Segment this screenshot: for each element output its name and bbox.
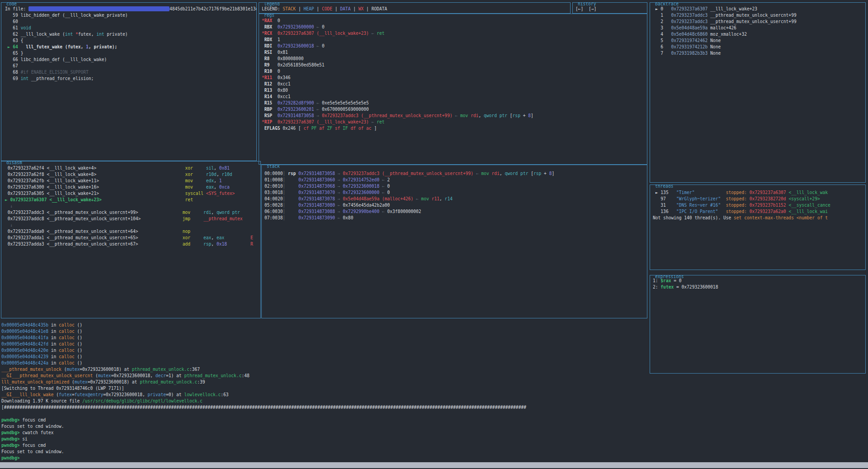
legend-line: LEGEND: STACK | HEAP | CODE | DATA | WX …	[259, 3, 570, 12]
source-code-lines: In file: 4845db211e7b42c7176f9be21b8301e…	[1, 3, 256, 82]
status-bar: multi-thre Thread 0x7293148746 (cmd) In:…	[0, 462, 868, 468]
panel-title-code: code	[5, 2, 18, 6]
panel-history: history [←] [→]	[572, 2, 647, 14]
panel-title-history: history	[576, 2, 597, 6]
register-rows: *RAX 0 RBX 0x729323600000 ← 0*RCX 0x7293…	[259, 14, 647, 132]
backtrace-rows: ► 0 0x7293237a6307 __lll_lock_wake+23 1 …	[650, 3, 865, 57]
panel-threads: threads ► 135 "Timer" stopped: 0x7293237…	[650, 185, 866, 270]
panel-backtrace: backtrace ► 0 0x7293237a6307 __lll_lock_…	[650, 2, 866, 183]
panel-title-legend: legend	[263, 2, 281, 6]
panel-source-code: code In file: 4845db211e7b42c7176f9be21b…	[1, 2, 257, 161]
panel-title-backtrace: backtrace	[654, 2, 680, 6]
panel-title-stack: stack	[265, 165, 281, 168]
panel-title-expressions: expressions	[654, 275, 685, 279]
panel-registers: regs *RAX 0 RBX 0x729323600000 ← 0*RCX 0…	[259, 14, 647, 165]
gdb-console-output[interactable]: 0x00005e04d48c435b in calloc ()0x00005e0…	[1, 322, 648, 461]
panel-title-threads: threads	[654, 185, 675, 188]
disassembly-rows: 0x7293237a62f4 <__lll_lock_wake+4> xor s…	[1, 161, 260, 247]
panel-expressions: expressions 1: $rax = 02: futex = 0x7293…	[650, 275, 866, 374]
panel-stack: stack 00:0000│ rsp 0x729314873058 → 0x72…	[261, 165, 647, 318]
panel-title-disasm: disasm	[5, 161, 24, 165]
panel-disassembly: disasm 0x7293237a62f4 <__lll_lock_wake+4…	[1, 161, 261, 318]
thread-rows: ► 135 "Timer" stopped: 0x7293237a6307 <_…	[650, 185, 865, 221]
stack-rows: 00:0000│ rsp 0x729314873058 → 0x7293237a…	[262, 165, 647, 221]
panel-legend: legend LEGEND: STACK | HEAP | CODE | DAT…	[259, 2, 571, 14]
pwndbg-terminal: code In file: 4845db211e7b42c7176f9be21b…	[0, 0, 868, 469]
panel-title-regs: regs	[263, 14, 276, 17]
